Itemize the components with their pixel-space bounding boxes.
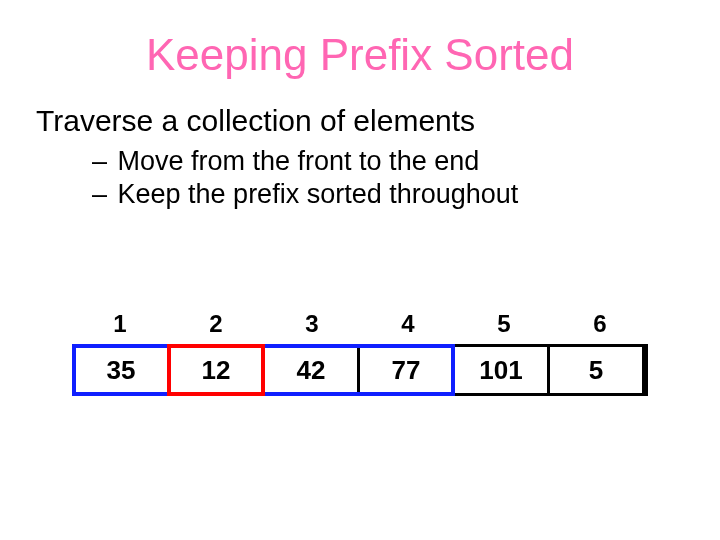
intro-line: Traverse a collection of elements [36, 104, 684, 138]
bullet-list: – Move from the front to the end – Keep … [92, 146, 684, 210]
index-label: 2 [168, 310, 264, 338]
dash-icon: – [92, 146, 110, 177]
array-cell: 35 [75, 347, 170, 393]
index-row: 1 2 3 4 5 6 [72, 310, 648, 338]
slide: Keeping Prefix Sorted Traverse a collect… [0, 0, 720, 540]
slide-title: Keeping Prefix Sorted [36, 30, 684, 80]
bullet-item: – Keep the prefix sorted throughout [92, 179, 684, 210]
array-cell: 42 [265, 347, 360, 393]
index-label: 3 [264, 310, 360, 338]
index-label: 6 [552, 310, 648, 338]
array-cell: 77 [360, 347, 455, 393]
bullet-text: Keep the prefix sorted throughout [118, 179, 519, 209]
bullet-item: – Move from the front to the end [92, 146, 684, 177]
index-label: 4 [360, 310, 456, 338]
array-diagram: 1 2 3 4 5 6 35 12 42 77 101 5 [72, 310, 648, 396]
index-label: 1 [72, 310, 168, 338]
bullet-text: Move from the front to the end [118, 146, 480, 176]
array-cell: 5 [550, 347, 645, 393]
index-label: 5 [456, 310, 552, 338]
cell-row: 35 12 42 77 101 5 [72, 344, 648, 396]
array-cell: 12 [170, 347, 265, 393]
array-cell: 101 [455, 347, 550, 393]
dash-icon: – [92, 179, 110, 210]
